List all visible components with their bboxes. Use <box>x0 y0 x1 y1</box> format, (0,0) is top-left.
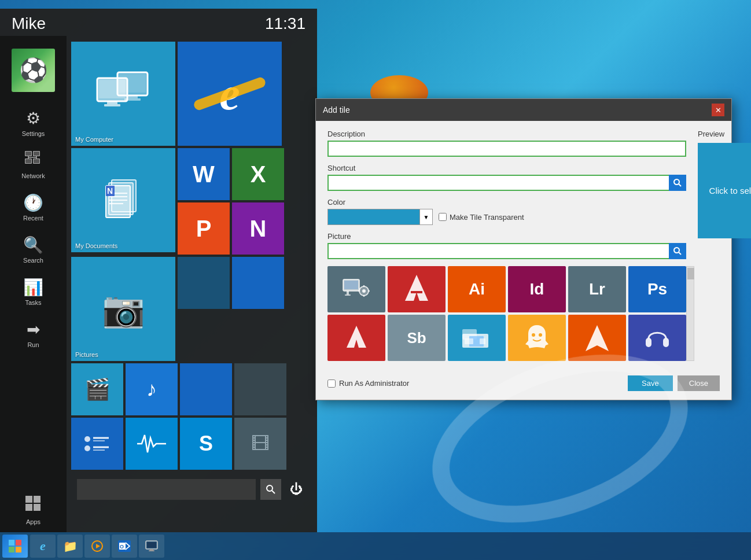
run-icon: ➡ <box>27 320 40 339</box>
shortcut-input-row <box>327 175 686 191</box>
svg-rect-7 <box>34 159 39 163</box>
icon-acrobat2[interactable] <box>327 315 385 361</box>
sidebar-label: Settings <box>22 130 45 137</box>
icons-row-1: Ai Id Lr Ps <box>327 266 686 312</box>
color-dropdown-icon[interactable]: ▼ <box>420 209 433 225</box>
taskbar-start-button[interactable] <box>2 535 28 558</box>
search-button[interactable] <box>260 479 281 500</box>
sidebar-item-network[interactable]: Network <box>0 144 67 186</box>
sidebar-item-user[interactable]: ⚽ <box>0 42 67 102</box>
tile-health[interactable] <box>126 418 178 470</box>
sidebar-label-search: Search <box>23 257 43 264</box>
svg-line-41 <box>679 184 681 186</box>
icon-arrow-app[interactable] <box>568 315 626 361</box>
tile-excel[interactable]: X <box>232 148 284 200</box>
save-button[interactable]: Save <box>628 375 673 391</box>
tile-reel[interactable]: 🎞 <box>234 418 286 470</box>
transparent-label: Make Tile Transparent <box>450 213 524 222</box>
start-menu: Mike 11:31 ⚽ ⚙ Settings <box>0 9 317 532</box>
transparent-checkbox-label: Make Tile Transparent <box>439 213 524 222</box>
picture-browse-button[interactable] <box>669 243 686 259</box>
tile-onenote[interactable]: N <box>232 202 284 255</box>
tile-empty1[interactable] <box>178 257 230 309</box>
music-icon: ♪ <box>146 377 157 401</box>
run-as-admin-checkbox[interactable] <box>327 380 336 388</box>
tile-word[interactable]: W <box>178 148 230 200</box>
icon-indesign[interactable]: Id <box>508 266 566 312</box>
color-selector[interactable]: ▼ <box>327 209 433 225</box>
sidebar-label-network: Network <box>21 172 45 179</box>
tiles-grid: My Computer e <box>71 42 312 470</box>
transparent-checkbox[interactable] <box>439 213 447 221</box>
sidebar-item-tasks[interactable]: 📊 Tasks <box>0 271 67 313</box>
search-input[interactable] <box>77 479 256 500</box>
svg-rect-76 <box>147 542 156 548</box>
tiles-area: My Computer e <box>67 36 317 532</box>
tile-video[interactable]: 🎬 <box>71 363 123 415</box>
skype-icon: S <box>199 432 213 456</box>
tile-music[interactable]: ♪ <box>126 363 178 415</box>
sidebar-item-run[interactable]: ➡ Run <box>0 313 67 355</box>
dialog-form: Description Shortcut <box>327 130 686 361</box>
tile-mydocs[interactable]: N My Documents <box>71 148 175 252</box>
svg-rect-64 <box>9 540 14 546</box>
sidebar-item-search[interactable]: 🔍 Search <box>0 229 67 271</box>
svg-rect-45 <box>344 281 358 289</box>
icon-illustrator[interactable]: Ai <box>448 266 506 312</box>
tile-empty2[interactable] <box>232 257 284 309</box>
run-as-admin-text: Run As Administrator <box>339 379 409 388</box>
taskbar-ie[interactable]: e <box>30 535 56 558</box>
tile-mycomputer[interactable]: My Computer <box>71 42 175 146</box>
icon-photoshop[interactable]: Ps <box>628 266 686 312</box>
icon-soundbooth[interactable]: Sb <box>388 315 446 361</box>
power-button[interactable]: ⏻ <box>286 479 307 500</box>
tile-tasklist[interactable] <box>71 418 123 470</box>
taskbar-explorer[interactable]: 📁 <box>57 535 83 558</box>
dialog-buttons: Save Close <box>628 375 720 391</box>
svg-rect-13 <box>25 504 32 511</box>
svg-rect-57 <box>465 338 473 344</box>
dialog-body: Description Shortcut <box>316 121 731 370</box>
description-label: Description <box>327 130 686 138</box>
preview-box[interactable]: Click to select a Picture <box>698 143 751 238</box>
apps-icon <box>25 496 42 516</box>
svg-rect-1 <box>25 152 31 156</box>
icons-scrollbar[interactable] <box>686 266 694 361</box>
icon-snapchat[interactable] <box>508 315 566 361</box>
svg-point-60 <box>539 333 542 337</box>
picture-input[interactable] <box>327 243 669 259</box>
taskbar-network[interactable] <box>139 535 164 558</box>
tile-ie[interactable]: e <box>178 42 282 146</box>
sidebar-item-apps[interactable]: Apps <box>0 489 67 532</box>
shortcut-input[interactable] <box>327 175 669 191</box>
tile-powerpoint[interactable]: P <box>178 202 230 255</box>
ppt-icon: P <box>196 216 212 242</box>
sidebar-item-recent[interactable]: 🕐 Recent <box>0 186 67 229</box>
sidebar-item-settings[interactable]: ⚙ Settings <box>0 102 67 144</box>
icon-settings[interactable] <box>327 266 385 312</box>
taskbar-media[interactable] <box>84 535 110 558</box>
scrollbar-thumb[interactable] <box>687 268 694 279</box>
taskbar-outlook[interactable]: O <box>112 535 137 558</box>
dialog-title: Add tile <box>323 105 350 115</box>
tile-pictures[interactable]: 📷 Pictures <box>71 257 175 361</box>
icon-lightroom[interactable]: Lr <box>568 266 626 312</box>
shortcut-browse-button[interactable] <box>669 175 686 191</box>
icon-acrobat[interactable] <box>388 266 446 312</box>
tile-row-2: N My Documents W <box>71 148 312 255</box>
close-button[interactable]: Close <box>678 375 720 391</box>
dialog-close-button[interactable]: ✕ <box>712 104 724 116</box>
tile-empty4[interactable] <box>234 363 286 415</box>
icon-bridge[interactable] <box>448 315 506 361</box>
tile-empty3[interactable] <box>180 363 232 415</box>
svg-rect-5 <box>25 159 31 163</box>
color-group: Color ▼ Make Tile Transparent <box>327 198 686 225</box>
description-input[interactable] <box>327 141 686 157</box>
svg-rect-77 <box>150 549 153 550</box>
svg-rect-17 <box>127 95 138 98</box>
camera-icon: 📷 <box>102 289 145 330</box>
icon-headphones[interactable] <box>628 315 686 361</box>
tile-skype[interactable]: S <box>180 418 232 470</box>
word-icon: W <box>193 161 215 187</box>
start-header: Mike 11:31 <box>0 9 317 36</box>
